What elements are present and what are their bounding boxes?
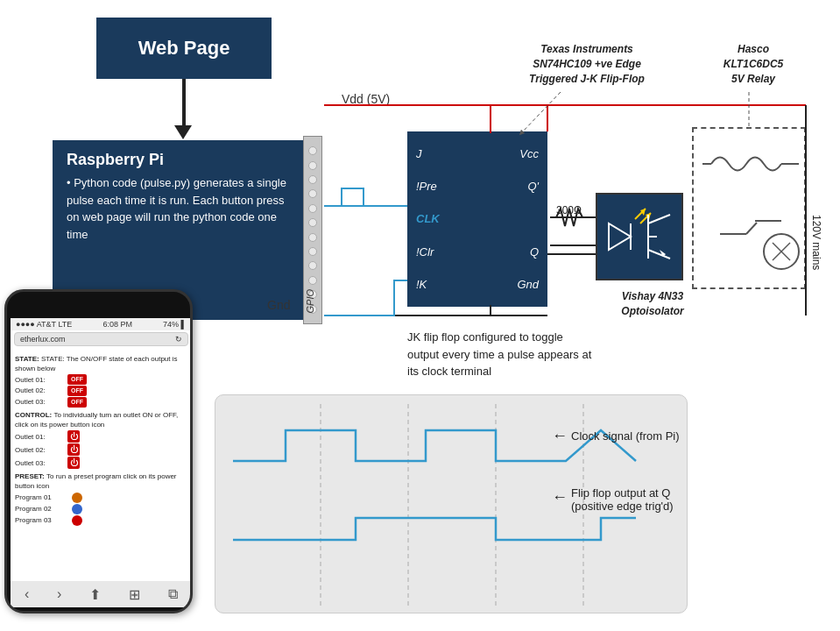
control-section-title: CONTROL: To individually turn an outlet … <box>15 410 187 429</box>
battery-label: 74% ▌ <box>163 320 187 329</box>
vishay-label: Vishay 4N33 Optoisolator <box>604 289 701 319</box>
webpage-box: Web Page <box>96 18 272 79</box>
svg-line-8 <box>648 250 670 259</box>
jk-description: JK flip flop configured to toggle output… <box>407 329 596 380</box>
nav-tabs-btn[interactable]: ⧉ <box>168 586 178 602</box>
chip-pin-pre: !Pre <box>416 180 437 193</box>
svg-line-34 <box>521 92 561 133</box>
state-section-title: STATE: STATE: The ON/OFF state of each o… <box>15 354 187 373</box>
chip-pin-gnd: Gnd <box>517 278 539 291</box>
control-outlet-1: Outlet 01: ⏻ <box>15 430 187 443</box>
program-1-label: Program 01 <box>15 493 72 502</box>
state-outlet-1-btn[interactable]: OFF <box>67 374 87 385</box>
control-outlet-1-btn[interactable]: ⏻ <box>67 430 80 443</box>
control-description: To individually turn an outlet ON or OFF… <box>15 411 178 429</box>
gpio-pin-4 <box>308 189 317 198</box>
program-1-row: Program 01 <box>15 493 187 503</box>
state-outlet-3-label: Outlet 03: <box>15 397 67 407</box>
svg-line-15 <box>746 223 757 234</box>
rpi-title: Raspberry Pi <box>67 151 293 169</box>
ff-output-label: Flip flop output at Q (positive edge tri… <box>571 486 674 513</box>
state-outlet-1-label: Outlet 01: <box>15 375 67 385</box>
gpio-pin-2 <box>308 161 317 170</box>
ff-output-annotation: ← Flip flop output at Q (positive edge t… <box>552 486 674 513</box>
nav-forward-btn[interactable]: › <box>57 586 61 602</box>
chip-pin-clk: CLK <box>416 212 440 225</box>
arrow-left-ff: ← <box>552 488 568 507</box>
refresh-icon[interactable]: ↻ <box>175 335 182 344</box>
arrow-head-down <box>174 125 192 139</box>
gpio-pin-9 <box>308 261 317 270</box>
chip-pin-j: J <box>416 147 422 160</box>
time-label: 6:08 PM <box>102 320 132 329</box>
program-3-btn[interactable] <box>72 515 82 526</box>
arrow-left-clock: ← <box>552 427 568 445</box>
program-2-row: Program 02 <box>15 504 187 514</box>
jk-chip: J Vcc !Pre Q' CLK !Clr Q !K Gnd <box>407 131 547 307</box>
state-outlet-2-label: Outlet 02: <box>15 386 67 395</box>
relay-symbol <box>694 129 808 291</box>
state-outlet-3-btn[interactable]: OFF <box>67 397 87 408</box>
state-outlet-1: Outlet 01: OFF <box>15 374 187 385</box>
control-outlet-3: Outlet 03: ⏻ <box>15 457 187 469</box>
iphone-screen: ●●●● AT&T LTE 6:08 PM 74% ▌ etherlux.com… <box>11 318 192 585</box>
hasco-label: Hasco KLT1C6DC5 5V Relay <box>701 42 806 86</box>
rpi-bullet-marker: • <box>67 176 74 189</box>
circuit-diagram: Web Page Raspberry Pi • Python code (pul… <box>0 0 840 631</box>
iphone-mockup: ●●●● AT&T LTE 6:08 PM 74% ▌ etherlux.com… <box>4 289 193 613</box>
program-2-label: Program 02 <box>15 504 72 514</box>
rpi-description: Python code (pulse.py) generates a singl… <box>67 176 286 241</box>
vdd-label: Vdd (5V) <box>342 92 390 106</box>
preset-description: To run a preset program click on its pow… <box>15 472 177 490</box>
webpage-label: Web Page <box>138 37 230 60</box>
state-outlet-2: Outlet 02: OFF <box>15 386 187 396</box>
mains-label: 120V mains <box>810 215 822 270</box>
state-outlet-2-btn[interactable]: OFF <box>67 386 87 396</box>
svg-line-7 <box>648 215 670 223</box>
control-outlet-2-btn[interactable]: ⏻ <box>67 443 80 456</box>
nav-back-btn[interactable]: ‹ <box>25 586 29 602</box>
control-outlet-2-label: Outlet 02: <box>15 445 67 455</box>
chip-row-clr: !Clr Q <box>409 245 546 259</box>
gpio-pin-6 <box>308 218 317 227</box>
optoisolator-box <box>596 193 683 280</box>
control-outlet-3-btn[interactable]: ⏻ <box>67 457 80 469</box>
chip-row-k: !K Gnd <box>409 278 546 291</box>
rpi-text: • Python code (pulse.py) generates a sin… <box>67 174 293 243</box>
iphone-content: STATE: STATE: The ON/OFF state of each o… <box>11 348 192 529</box>
ti-label: Texas Instruments SN74HC109 +ve Edge Tri… <box>517 42 657 86</box>
program-3-label: Program 03 <box>15 515 72 525</box>
resistor-label: 300Ω <box>556 204 582 216</box>
gnd-label: Gnd <box>267 298 290 312</box>
gpio-pin-7 <box>308 233 317 242</box>
nav-share-btn[interactable]: ⬆ <box>89 586 101 603</box>
chip-row-clk: CLK <box>409 212 546 225</box>
url-text: etherlux.com <box>20 335 66 344</box>
nav-bookmarks-btn[interactable]: ⊞ <box>129 586 140 603</box>
gpio-pin-5 <box>308 204 317 213</box>
iphone-status-bar: ●●●● AT&T LTE 6:08 PM 74% ▌ <box>11 318 192 330</box>
opto-symbol <box>600 197 679 276</box>
chip-pin-q: Q <box>530 245 539 259</box>
gpio-pin-1 <box>308 146 317 155</box>
program-3-row: Program 03 <box>15 515 187 526</box>
gpio-pin-3 <box>308 175 317 184</box>
gpio-label: GPIO <box>305 289 315 314</box>
chip-row-j: J Vcc <box>409 147 546 160</box>
svg-marker-0 <box>609 223 631 250</box>
iphone-bottom-nav: ‹ › ⬆ ⊞ ⧉ <box>11 581 192 607</box>
arrow-shaft-down <box>182 79 186 127</box>
relay-box <box>692 127 806 289</box>
state-outlet-3: Outlet 03: OFF <box>15 397 187 408</box>
chip-pin-vcc: Vcc <box>519 147 539 160</box>
preset-section-title: PRESET: To run a preset program click on… <box>15 471 187 491</box>
iphone-url-bar[interactable]: etherlux.com ↻ <box>14 332 188 346</box>
chip-pin-clr: !Clr <box>416 245 434 259</box>
program-1-btn[interactable] <box>72 493 82 503</box>
gpio-pin-10 <box>308 276 317 285</box>
gpio-pin-8 <box>308 247 317 256</box>
control-outlet-3-label: Outlet 03: <box>15 458 67 468</box>
clock-signal-label: Clock signal (from Pi) <box>571 429 680 443</box>
chip-pin-k: !K <box>416 278 427 291</box>
program-2-btn[interactable] <box>72 504 82 514</box>
